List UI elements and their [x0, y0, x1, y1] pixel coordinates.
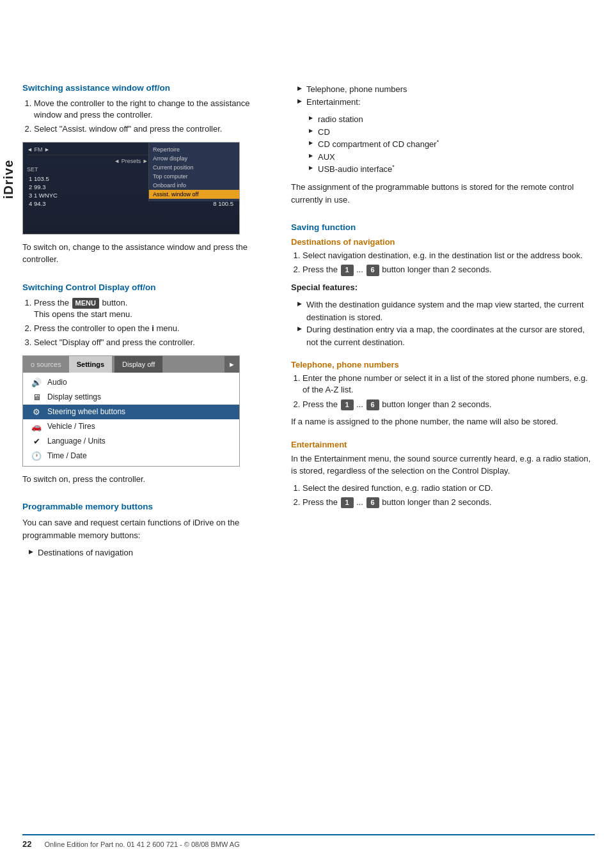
programmable-note: The assignment of the programmable butto… [291, 181, 595, 206]
settings-item-steering: ⚙ Steering wheel buttons [23, 405, 239, 419]
settings-items-list: 🔊 Audio 🖥 Display settings ⚙ Steering wh… [23, 373, 239, 466]
settings-tabs: o sources Settings Display off ► [23, 356, 239, 373]
steering-icon: ⚙ [31, 407, 42, 417]
page-footer: 22 Online Edition for Part no. 01 41 2 6… [22, 834, 595, 849]
section3-intro: You can save and request certain functio… [22, 516, 272, 541]
bullet-aux: AUX [309, 151, 595, 164]
right-column: Telephone, phone numbers Entertainment: … [291, 83, 595, 564]
special-bullet-2: During destination entry via a map, the … [297, 323, 595, 348]
section1-caption: To switch on, change to the assistance w… [22, 241, 272, 266]
special-features-bullets: With the destination guidance system and… [291, 298, 595, 348]
section1-title: Switching assistance window off/on [22, 83, 272, 93]
vehicle-icon: 🚗 [31, 422, 42, 431]
section2-step3: Select "Display off" and press the contr… [34, 337, 272, 348]
telephone-subtitle: Telephone, phone numbers [291, 360, 595, 369]
entertainment-step2: Press the 1 ... 6 button longer than 2 s… [303, 497, 595, 508]
tab-arrow: ► [224, 356, 239, 373]
audio-label: Audio [47, 378, 67, 387]
language-icon: ✔ [31, 437, 42, 446]
section2-title: Switching Control Display off/on [22, 283, 272, 292]
settings-screen-image: o sources Settings Display off ► 🔊 Audio… [22, 355, 240, 467]
destinations-step1: Select navigation destination, e.g. in t… [303, 250, 595, 261]
section2-step1: Press the MENU button.This opens the sta… [34, 297, 272, 321]
audio-icon: 🔊 [31, 378, 42, 387]
page-number: 22 [22, 839, 31, 849]
section2-steps: Press the MENU button.This opens the sta… [22, 297, 272, 349]
bullet-telephone: Telephone, phone numbers [297, 83, 595, 96]
bullet-cd-changer: CD compartment of CD changer* [309, 138, 595, 151]
display-label: Display settings [47, 392, 101, 401]
sidebar-label: iDrive [0, 115, 18, 243]
radio-screen-image: ◄ FM ► ◄ ◄ Presets ► SET 1 103.55 KLGS 2… [22, 142, 240, 235]
bullet-radio: radio station [309, 113, 595, 126]
section1-steps: Move the controller to the right to chan… [22, 98, 272, 136]
tab-sources: o sources [23, 356, 69, 373]
radio-menu-overlay: Repertoire Arrow display Current positio… [148, 143, 239, 201]
entertainment-text: In the Entertainment menu, the sound sou… [291, 453, 595, 477]
tab-display-off: Display off [114, 356, 162, 373]
section3-bullets: Destinations of navigation [22, 546, 272, 559]
right-bullets-top: Telephone, phone numbers Entertainment: [291, 83, 595, 108]
destinations-steps: Select navigation destination, e.g. in t… [291, 250, 595, 276]
destinations-step2: Press the 1 ... 6 button longer than 2 s… [303, 264, 595, 275]
special-features-label: Special features: [291, 281, 595, 294]
menu-button: MENU [72, 298, 99, 309]
bullet-entertainment: Entertainment: [297, 96, 595, 109]
telephone-step1: Enter the phone number or select it in a… [303, 373, 595, 396]
section3-title: Programmable memory buttons [22, 502, 272, 511]
settings-item-time: 🕐 Time / Date [23, 449, 239, 463]
section1-step1: Move the controller to the right to chan… [34, 98, 272, 121]
radio-top-left: ◄ FM ► [27, 146, 50, 153]
ent-num-button-1: 1 [341, 497, 354, 508]
tel-num-button-6: 6 [366, 399, 379, 410]
display-icon: 🖥 [31, 392, 42, 402]
bullet-usb: USB-audio interface* [309, 163, 595, 176]
entertainment-sub-bullets: radio station CD CD compartment of CD ch… [291, 113, 595, 176]
telephone-step2: Press the 1 ... 6 button longer than 2 s… [303, 399, 595, 410]
tel-num-button-1: 1 [341, 399, 354, 410]
settings-item-language: ✔ Language / Units [23, 434, 239, 449]
ent-num-button-6: 6 [366, 497, 379, 508]
settings-item-audio: 🔊 Audio [23, 375, 239, 390]
settings-item-display: 🖥 Display settings [23, 390, 239, 405]
tab-settings: Settings [69, 356, 112, 373]
telephone-steps: Enter the phone number or select it in a… [291, 373, 595, 410]
entertainment-subtitle: Entertainment [291, 440, 595, 449]
language-label: Language / Units [47, 437, 106, 446]
steering-label: Steering wheel buttons [47, 407, 125, 416]
bullet-cd: CD [309, 126, 595, 139]
time-label: Time / Date [47, 451, 87, 460]
section2-caption: To switch on, press the controller. [22, 473, 272, 486]
section2-step2: Press the controller to open the i menu. [34, 323, 272, 334]
num-button-1: 1 [341, 265, 354, 275]
bullet-destinations: Destinations of navigation [29, 546, 272, 559]
settings-item-vehicle: 🚗 Vehicle / Tires [23, 419, 239, 434]
entertainment-steps: Select the desired function, e.g. radio … [291, 483, 595, 509]
left-column: Switching assistance window off/on Move … [22, 83, 272, 564]
destinations-subtitle: Destinations of navigation [291, 237, 595, 247]
vehicle-label: Vehicle / Tires [47, 422, 95, 431]
telephone-note: If a name is assigned to the phone numbe… [291, 415, 595, 428]
section1-step2: Select "Assist. window off" and press th… [34, 123, 272, 135]
footer-text: Online Edition for Part no. 01 41 2 600 … [44, 841, 239, 848]
saving-function-title: Saving function [291, 222, 595, 232]
special-bullet-1: With the destination guidance system and… [297, 298, 595, 323]
entertainment-step1: Select the desired function, e.g. radio … [303, 483, 595, 494]
num-button-6: 6 [366, 265, 379, 275]
time-icon: 🕐 [31, 451, 42, 461]
